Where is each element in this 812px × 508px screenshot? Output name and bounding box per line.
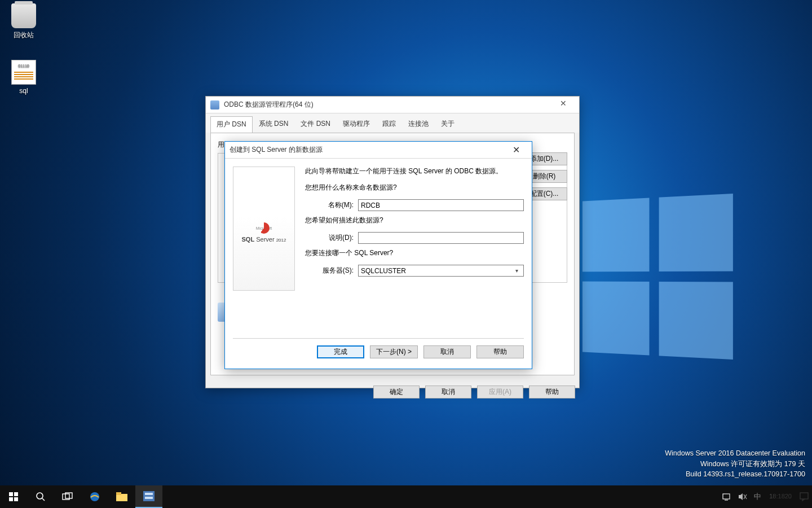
search-button[interactable] <box>27 485 54 508</box>
wizard-form: 此向导将帮助建立一个能用于连接 SQL Server 的 ODBC 数据源。 您… <box>305 167 524 338</box>
tab-drivers[interactable]: 驱动程序 <box>337 116 376 133</box>
sqlserver-wordmark: SQL Server 2012 <box>242 236 286 243</box>
svg-marker-16 <box>739 493 743 500</box>
odbc-icon <box>210 100 219 110</box>
window-title: 创建到 SQL Server 的新数据源 <box>230 145 505 155</box>
windows-hero-logo <box>582 194 733 360</box>
dialog-button-row: 确定 取消 应用(A) 帮助 <box>373 386 575 398</box>
taskbar-app-explorer[interactable] <box>108 485 135 508</box>
wizard-intro: 此向导将帮助建立一个能用于连接 SQL Server 的 ODBC 数据源。 <box>305 167 524 176</box>
tray-action-center-icon[interactable] <box>796 485 812 508</box>
tab-about[interactable]: 关于 <box>435 116 461 133</box>
svg-rect-0 <box>9 492 13 496</box>
recycle-bin-icon <box>11 3 36 28</box>
tab-pooling[interactable]: 连接池 <box>402 116 435 133</box>
ok-button[interactable]: 确定 <box>373 386 420 398</box>
description-label: 说明(D): <box>305 233 354 243</box>
svg-rect-1 <box>14 492 18 496</box>
desktop-icon-label: sql <box>3 87 44 95</box>
file-icon <box>11 60 36 85</box>
svg-rect-19 <box>800 493 808 499</box>
close-button[interactable]: ✕ <box>552 99 575 111</box>
tab-user-dsn[interactable]: 用户 DSN <box>210 116 253 133</box>
tray-ime[interactable]: 中 <box>751 485 765 508</box>
tray-time: 18:18 <box>769 493 785 500</box>
help-button[interactable]: 帮助 <box>476 345 524 358</box>
server-input[interactable] <box>361 265 512 276</box>
server-label: 服务器(S): <box>305 266 354 275</box>
tray-clock[interactable]: 18:18 20 <box>765 485 796 508</box>
help-button[interactable]: 帮助 <box>529 386 575 398</box>
wizard-question-desc: 您希望如何描述此数据源? <box>305 216 524 225</box>
system-tray: 中 18:18 20 <box>719 485 812 508</box>
watermark-line: Windows Server 2016 Datacenter Evaluatio… <box>665 448 805 459</box>
description-input[interactable] <box>358 232 524 244</box>
tray-network-icon[interactable] <box>719 485 735 508</box>
watermark-line: Build 14393.rs1_release.170917-1700 <box>665 469 805 480</box>
window-title: ODBC 数据源管理程序(64 位) <box>224 100 552 110</box>
apply-button[interactable]: 应用(A) <box>477 386 523 398</box>
desktop-icon-recycle-bin[interactable]: 回收站 <box>3 3 44 40</box>
titlebar[interactable]: 创建到 SQL Server 的新数据源 ✕ <box>225 142 532 159</box>
close-button[interactable]: ✕ <box>505 142 527 158</box>
finish-button[interactable]: 完成 <box>317 345 364 358</box>
evaluation-watermark: Windows Server 2016 Datacenter Evaluatio… <box>665 448 805 480</box>
tab-strip: 用户 DSN 系统 DSN 文件 DSN 驱动程序 跟踪 连接池 关于 <box>206 113 579 133</box>
taskbar-app-ie[interactable] <box>81 485 108 508</box>
wizard-sidebar-image: Microsoft SQL Server 2012 <box>233 167 295 291</box>
tray-date: 20 <box>785 493 792 500</box>
titlebar[interactable]: ODBC 数据源管理程序(64 位) ✕ <box>206 97 579 113</box>
svg-rect-12 <box>145 493 153 495</box>
sqlserver-logo-icon <box>258 222 270 234</box>
tab-file-dsn[interactable]: 文件 DSN <box>294 116 337 133</box>
desktop-icon-sql[interactable]: sql <box>3 60 44 95</box>
server-combobox[interactable]: ▾ <box>358 265 524 277</box>
svg-rect-10 <box>116 492 121 495</box>
cancel-button[interactable]: 取消 <box>425 386 471 398</box>
svg-line-5 <box>42 498 45 501</box>
svg-point-4 <box>37 493 43 499</box>
name-input[interactable] <box>358 199 524 211</box>
name-label: 名称(M): <box>305 200 354 210</box>
chevron-down-icon[interactable]: ▾ <box>512 268 521 274</box>
watermark-line: Windows 许可证有效期为 179 天 <box>665 459 805 470</box>
next-button[interactable]: 下一步(N) > <box>370 345 418 358</box>
svg-rect-3 <box>14 497 18 501</box>
svg-rect-14 <box>723 494 730 499</box>
tray-volume-icon[interactable] <box>735 485 751 508</box>
taskbar: 中 18:18 20 <box>0 485 812 508</box>
svg-rect-13 <box>145 497 153 499</box>
start-button[interactable] <box>0 485 27 508</box>
taskbar-app-odbc[interactable] <box>135 485 162 508</box>
sqlserver-dsn-wizard: 创建到 SQL Server 的新数据源 ✕ Microsoft SQL Ser… <box>224 141 532 369</box>
wizard-question-server: 您要连接哪一个 SQL Server? <box>305 248 524 258</box>
desktop: 回收站 sql Windows Server 2016 Datacenter E… <box>0 0 812 508</box>
svg-rect-2 <box>9 497 13 501</box>
svg-rect-11 <box>143 491 155 501</box>
wizard-question-name: 您想用什么名称来命名数据源? <box>305 183 524 192</box>
tab-system-dsn[interactable]: 系统 DSN <box>253 116 295 133</box>
wizard-button-row: 完成 下一步(N) > 取消 帮助 <box>225 339 532 365</box>
desktop-icon-label: 回收站 <box>3 30 44 40</box>
cancel-button[interactable]: 取消 <box>423 345 471 358</box>
tab-tracing[interactable]: 跟踪 <box>376 116 402 133</box>
task-view-button[interactable] <box>54 485 81 508</box>
